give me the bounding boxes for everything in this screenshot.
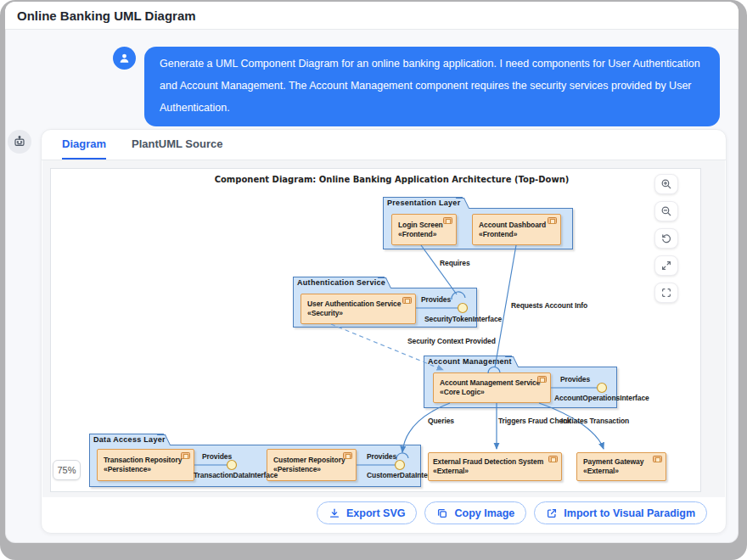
diagram-canvas[interactable]: Component Diagram: Online Banking Applic… [50,168,701,492]
package-account-name: Account Management [428,357,512,366]
tab-plantuml-source[interactable]: PlantUML Source [132,130,222,160]
page-title: Online Banking UML Diagram [17,8,196,23]
copy-image-button[interactable]: Copy Image [424,501,526,524]
zoom-level-badge: 75% [53,460,81,480]
component-icon [548,456,558,462]
label-provides-transaction: Provides [202,452,232,461]
label-triggers-fraud-check: Triggers Fraud Check [498,417,570,425]
external-link-icon [546,507,558,519]
label-initiates-transaction: Initiates Transaction [561,417,629,425]
import-visual-paradigm-button[interactable]: Import to Visual Paradigm [534,501,707,524]
connection-initiates-line [539,403,604,449]
user-message-bubble: Generate a UML Component Diagram for an … [144,47,720,126]
label-requires: Requires [440,259,470,267]
user-message-text: Generate a UML Component Diagram for an … [160,58,700,114]
component-payment-gateway: Payment Gateway «External» [576,452,666,481]
reset-view-button[interactable] [654,228,678,249]
component-stereotype: «Frontend» [398,230,456,239]
package-presentation-name: Presentation Layer [387,199,460,207]
window-frame: Online Banking UML Diagram Generate a UM… [0,0,747,560]
zoom-level-value: 75% [57,465,76,475]
component-icon [548,217,557,224]
component-fraud-detection: External Fraud Detection System «Externa… [428,452,562,481]
package-auth-name: Authentication Service [297,278,385,287]
component-stereotype: «Persistence» [104,465,194,474]
component-icon [537,376,547,383]
package-presentation-tab: Presentation Layer [383,197,463,209]
component-icon [653,456,662,462]
label-account-ops-interface: AccountOperationsInterface [554,394,649,402]
panel-body: Component Diagram: Online Banking Applic… [42,160,725,497]
label-provides-security: Provides [421,295,451,304]
component-icon [402,297,412,304]
package-data-tab: Data Access Layer [89,434,164,445]
component-stereotype: «Persistence» [273,465,356,474]
label-security-context: Security Context Provided [407,337,496,345]
zoom-out-icon [660,205,672,217]
diagram-title: Component Diagram: Online Banking Applic… [51,175,700,184]
copy-image-label: Copy Image [454,507,514,519]
label-transaction-data-interface: TransactionDataInterface [194,471,278,479]
action-bar: Export SVG Copy Image Import to Visual P… [317,501,707,524]
label-provides-account: Provides [560,375,590,384]
component-name: Account Management Service [440,378,550,388]
component-stereotype: «External» [583,467,666,476]
expand-icon [660,260,672,272]
component-name: User Authentication Service [307,300,415,309]
component-user-authentication-service: User Authentication Service «Security» [300,294,416,324]
user-icon [118,52,131,64]
component-stereotype: «Core Logic» [440,388,550,397]
tab-bar: Diagram PlantUML Source [42,130,726,160]
component-icon [181,452,190,459]
export-svg-label: Export SVG [346,507,405,519]
window-header: Online Banking UML Diagram [5,2,739,30]
package-auth-tab: Authentication Service [293,277,385,288]
package-data-name: Data Access Layer [93,435,166,444]
component-stereotype: «External» [433,467,561,476]
label-requests-account-info: Requests Account Info [511,301,587,310]
label-security-token-interface: SecurityTokenInterface [424,315,502,323]
fit-screen-icon [660,287,672,299]
component-name: External Fraud Detection System [433,457,561,467]
app-window: Online Banking UML Diagram Generate a UM… [5,2,739,543]
component-icon [343,452,352,459]
tab-plantuml-label: PlantUML Source [132,137,222,150]
component-stereotype: «Frontend» [479,230,560,239]
reset-view-icon [660,232,672,244]
component-customer-repository: Customer Repository «Persistence» [267,449,357,481]
component-stereotype: «Security» [307,309,415,318]
package-account-tab: Account Management [424,356,512,367]
component-account-management-service: Account Management Service «Core Logic» [433,372,551,403]
zoom-out-button[interactable] [654,201,678,221]
expand-button[interactable] [654,255,678,276]
copy-icon [436,507,448,519]
component-transaction-repository: Transaction Repository «Persistence» [97,449,194,481]
component-icon [443,217,452,224]
label-queries: Queries [428,417,454,425]
tab-diagram[interactable]: Diagram [62,130,106,160]
export-svg-button[interactable]: Export SVG [317,501,417,524]
zoom-in-button[interactable] [654,174,678,194]
user-avatar [113,47,136,70]
component-login-screen: Login Screen «Frontend» [391,214,457,245]
download-icon [329,507,340,519]
component-account-dashboard: Account Dashboard «Frontend» [472,214,561,245]
diagram-panel: Diagram PlantUML Source Component Diagra… [41,129,727,534]
fit-screen-button[interactable] [654,283,678,303]
zoom-in-icon [660,178,672,190]
robot-icon [13,135,26,148]
tab-diagram-label: Diagram [62,137,106,150]
label-provides-customer: Provides [367,452,396,461]
import-visual-paradigm-label: Import to Visual Paradigm [564,507,695,519]
assistant-avatar [8,130,31,154]
